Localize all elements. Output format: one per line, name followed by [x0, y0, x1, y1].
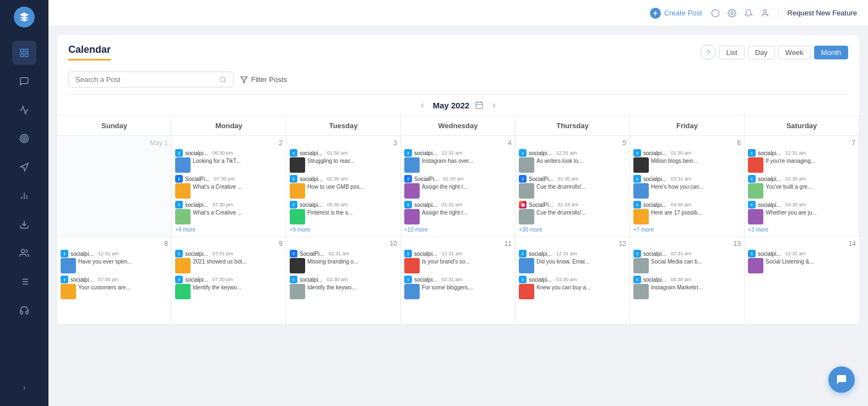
- sidebar-item-target[interactable]: [12, 127, 36, 151]
- sidebar-logo[interactable]: [14, 7, 35, 28]
- post-thumb[interactable]: Instagram has over...: [404, 157, 512, 173]
- post-name: socialpi...: [643, 251, 666, 257]
- more-posts-link-3[interactable]: +9 more: [290, 227, 397, 233]
- post-thumb[interactable]: Here's how you can...: [633, 183, 741, 199]
- post-thumb[interactable]: What's a Creative ...: [175, 209, 283, 224]
- post-text: As writers look to...: [536, 157, 583, 164]
- twitter-icon: t: [748, 250, 756, 257]
- post-text: Have you ever spen...: [78, 258, 132, 265]
- post-thumb[interactable]: Identify the keywo...: [175, 284, 283, 299]
- more-posts-link-5[interactable]: +30 more: [519, 227, 626, 233]
- post-thumb[interactable]: Here are 17 possib...: [633, 209, 741, 224]
- prev-month-button[interactable]: ‹: [417, 99, 427, 111]
- post-thumb[interactable]: Cue the drumrolls!...: [519, 209, 626, 224]
- post-time: 12:31 am: [785, 150, 806, 156]
- filter-posts-button[interactable]: Filter Posts: [240, 75, 287, 84]
- post-thumb[interactable]: What's a Creative ...: [175, 183, 283, 199]
- post-header: t socialpi... 05:30 am: [290, 201, 397, 209]
- help-button[interactable]: ?: [701, 45, 716, 60]
- sidebar-item-dashboard[interactable]: [12, 41, 36, 65]
- create-post-button[interactable]: + Create Post: [650, 8, 702, 19]
- sidebar-item-download[interactable]: [12, 212, 36, 237]
- settings-icon[interactable]: [728, 9, 736, 18]
- sidebar-item-reports[interactable]: [12, 184, 36, 208]
- post-thumb[interactable]: Social Media can b...: [633, 258, 741, 273]
- post-header: t socialpi... 12:31 am: [519, 250, 626, 257]
- post-thumb[interactable]: How to use GMB pos...: [290, 183, 397, 199]
- post-thumbnail: [519, 284, 534, 299]
- more-posts-link-6[interactable]: +7 more: [633, 227, 741, 233]
- post-name: socialpi...: [758, 176, 781, 182]
- post-thumb[interactable]: Missing branding o...: [290, 258, 397, 273]
- post-thumb[interactable]: Instagram Marketin...: [633, 284, 741, 299]
- view-day-button[interactable]: Day: [748, 46, 775, 59]
- post-text: What's a Creative ...: [193, 209, 242, 216]
- post-time: 04:30 am: [671, 202, 692, 207]
- view-list-button[interactable]: List: [719, 46, 745, 59]
- svg-marker-23: [241, 76, 247, 83]
- search-box[interactable]: [68, 72, 234, 87]
- request-feature-button[interactable]: Request New Feature: [788, 9, 857, 17]
- post-thumb[interactable]: Assign the right r...: [404, 183, 512, 199]
- topbar-icons: [711, 9, 769, 18]
- post-thumb[interactable]: Knew you can buy a...: [519, 284, 626, 299]
- post-time: 03:31 am: [671, 176, 692, 182]
- post-thumb[interactable]: Million blogs bein...: [633, 157, 741, 173]
- post-header: t socialpi... 07:30 pm: [175, 201, 283, 209]
- post-thumb[interactable]: Is your brand's so...: [404, 258, 512, 273]
- calendar-icon[interactable]: [475, 101, 484, 109]
- day-header-wednesday: Wednesday: [401, 116, 516, 136]
- post-thumb[interactable]: Whether you are ju...: [748, 209, 855, 224]
- view-month-button[interactable]: Month: [814, 46, 848, 59]
- post-group: t socialpi... 12:31 am As writers look t…: [519, 149, 626, 173]
- sidebar-item-list[interactable]: [12, 270, 36, 294]
- post-thumb[interactable]: Your customers are...: [61, 284, 168, 299]
- sidebar-item-team[interactable]: [12, 241, 36, 265]
- post-thumb[interactable]: As writers look to...: [519, 157, 626, 173]
- post-thumb[interactable]: Did you know, Emai...: [519, 258, 626, 273]
- post-name: socialpi...: [300, 150, 323, 156]
- post-header: t socialpi... 03:31 am: [633, 175, 741, 183]
- post-name: socialpi...: [758, 251, 781, 257]
- post-thumbnail: [175, 183, 191, 199]
- post-thumb[interactable]: Pinterest is the s...: [290, 209, 397, 224]
- post-thumb[interactable]: You've built a gre...: [748, 183, 855, 199]
- circle-icon[interactable]: [711, 9, 720, 18]
- more-posts-link-4[interactable]: +10 more: [404, 227, 512, 233]
- notification-icon[interactable]: [744, 9, 753, 18]
- user-icon[interactable]: [761, 9, 769, 18]
- svg-point-5: [22, 136, 27, 141]
- chat-button[interactable]: [828, 366, 855, 393]
- post-thumb[interactable]: Assign the right r...: [404, 209, 512, 224]
- post-thumbnail: [61, 258, 76, 273]
- post-thumb[interactable]: Identify the keywo...: [290, 284, 397, 299]
- post-thumb[interactable]: Looking for a TikT...: [175, 157, 283, 173]
- sidebar-expand-button[interactable]: ›: [12, 375, 36, 399]
- post-text: Whether you are ju...: [766, 209, 817, 216]
- post-thumbnail: [290, 284, 305, 299]
- sidebar-item-analytics[interactable]: [12, 98, 36, 122]
- post-thumb[interactable]: If you're managing...: [748, 157, 855, 173]
- post-thumb[interactable]: Social Listening &...: [748, 258, 856, 273]
- cal-cell-14: 14 t socialpi... 12:31 am Social Listeni…: [745, 237, 859, 325]
- view-week-button[interactable]: Week: [778, 46, 811, 59]
- post-thumbnail: [519, 183, 534, 199]
- cal-cell-11: 11 t socialpi... 12:31 am Is your brand'…: [401, 237, 516, 325]
- sidebar-item-campaigns[interactable]: [12, 155, 36, 179]
- post-time: 01:33 am: [557, 202, 578, 207]
- post-thumb[interactable]: Struggling to reac...: [290, 157, 397, 173]
- next-month-button[interactable]: ›: [489, 99, 498, 111]
- twitter-icon: t: [633, 175, 641, 183]
- post-thumb[interactable]: Have you ever spen...: [61, 258, 168, 273]
- filter-label: Filter Posts: [251, 75, 287, 84]
- post-thumb[interactable]: Cue the drumrolls!...: [519, 183, 626, 199]
- search-input[interactable]: [75, 75, 215, 84]
- post-thumb[interactable]: 2021 showed us bot...: [175, 258, 283, 273]
- sidebar-item-inbox[interactable]: [12, 69, 36, 94]
- post-name: SocialPi...: [529, 176, 553, 182]
- post-thumb[interactable]: For some bloggers,...: [404, 284, 512, 299]
- sidebar-item-support[interactable]: [12, 298, 36, 322]
- more-posts-link-2[interactable]: +4 more: [175, 227, 283, 233]
- more-posts-link-7[interactable]: +3 more: [748, 227, 855, 233]
- twitter-icon: t: [748, 175, 756, 183]
